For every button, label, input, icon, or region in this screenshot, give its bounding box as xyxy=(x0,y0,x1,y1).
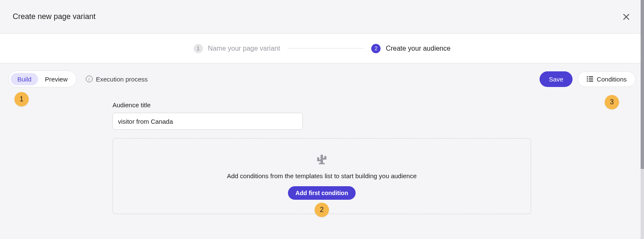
toolbar-right: Save Conditions xyxy=(540,71,636,87)
save-button[interactable]: Save xyxy=(540,71,573,87)
tab-preview[interactable]: Preview xyxy=(38,73,74,85)
toolbar: Build Preview i Execution process Save C… xyxy=(0,63,644,87)
info-icon: i xyxy=(86,76,93,82)
svg-rect-10 xyxy=(317,160,322,161)
step-2-circle: 2 xyxy=(371,44,381,53)
svg-point-6 xyxy=(587,81,588,81)
step-1[interactable]: 1 Name your page variant xyxy=(194,44,280,53)
step-1-label: Name your page variant xyxy=(208,45,280,52)
svg-rect-12 xyxy=(322,158,326,160)
callout-badge-1: 1 xyxy=(14,92,29,106)
conditions-button[interactable]: Conditions xyxy=(578,71,636,87)
scrollbar-thumb[interactable] xyxy=(641,0,644,169)
toolbar-left: Build Preview i Execution process xyxy=(8,71,148,87)
callout-badge-3: 3 xyxy=(605,95,619,109)
add-first-condition-button[interactable]: Add first condition xyxy=(288,186,356,200)
content-area: Audience title Add conditions from the t… xyxy=(0,87,644,214)
close-button[interactable] xyxy=(621,12,631,22)
stepper-bar: 1 Name your page variant 2 Create your a… xyxy=(0,34,644,63)
step-2[interactable]: 2 Create your audience xyxy=(371,44,450,53)
modal-header: Create new page variant xyxy=(0,0,644,34)
svg-rect-13 xyxy=(319,163,325,164)
close-icon xyxy=(622,13,630,21)
modal-title: Create new page variant xyxy=(13,12,96,21)
audience-title-label: Audience title xyxy=(112,101,644,109)
callout-badge-2: 2 xyxy=(315,203,329,217)
cactus-icon xyxy=(315,153,328,166)
step-2-label: Create your audience xyxy=(386,45,450,52)
stepper: 1 Name your page variant 2 Create your a… xyxy=(194,44,451,53)
svg-point-4 xyxy=(587,79,588,79)
list-icon xyxy=(586,76,593,82)
drop-message: Add conditions from the templates list t… xyxy=(227,172,417,179)
view-segment: Build Preview xyxy=(8,71,77,87)
svg-point-2 xyxy=(587,77,588,77)
execution-process-link[interactable]: i Execution process xyxy=(86,76,148,83)
step-divider xyxy=(288,48,364,49)
audience-title-input[interactable] xyxy=(112,113,303,130)
execution-process-label: Execution process xyxy=(96,76,148,83)
conditions-label: Conditions xyxy=(597,76,627,83)
step-1-circle: 1 xyxy=(194,44,203,53)
tab-build[interactable]: Build xyxy=(11,73,38,85)
